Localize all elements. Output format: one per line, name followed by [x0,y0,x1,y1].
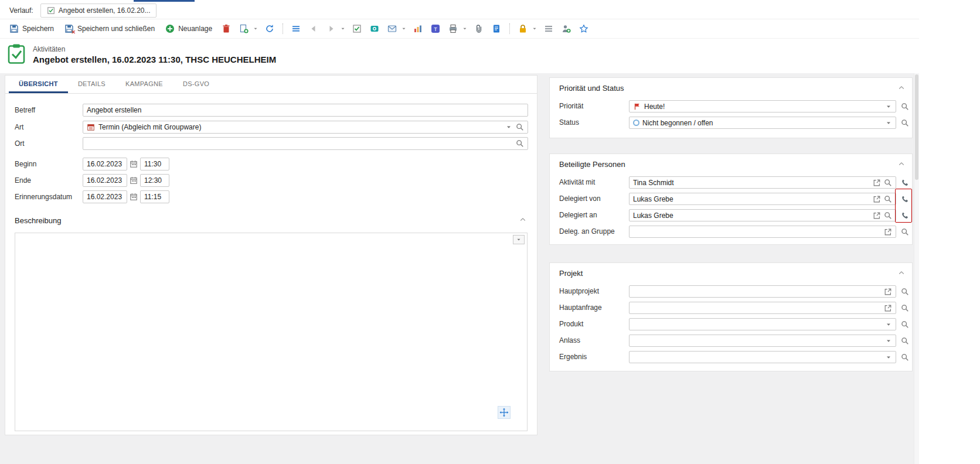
caret-down-icon[interactable] [885,103,892,110]
art-dropdown[interactable]: Termin (Abgleich mit Groupware) [83,121,528,134]
caret-down-icon [462,26,468,32]
permissions-caret[interactable] [531,22,538,36]
add-participant-button[interactable] [559,22,573,36]
prioritaet-dropdown[interactable]: Heute! [629,100,896,112]
print-button[interactable] [446,22,460,36]
art-value: Termin (Abgleich mit Groupware) [98,123,502,131]
beginn-time-input[interactable] [140,158,169,170]
delegiert-an-field[interactable]: Lukas Grebe [629,209,896,221]
search-icon[interactable] [884,211,892,220]
ende-time-input[interactable] [140,174,169,187]
panel-collapse-button[interactable] [898,84,905,91]
history-forward-button[interactable] [324,22,338,36]
hauptanfrage-lookup-button[interactable] [900,303,910,313]
tab-dsgvo[interactable]: DS-GVO [173,76,219,93]
search-icon[interactable] [884,179,892,187]
erinnerung-time-input[interactable] [140,190,169,203]
beschreibung-collapse-button[interactable] [519,216,526,223]
aktivitaet-mit-phone-button[interactable] [900,178,910,187]
open-record-icon[interactable] [873,195,881,203]
resize-handle[interactable] [498,406,511,419]
deleg-gruppe-field[interactable] [629,226,896,238]
email-caret[interactable] [400,22,407,36]
new-record-button[interactable]: Neuanlage [162,22,216,35]
save-label: Speichern [22,25,54,33]
web-meeting-button[interactable] [368,22,382,36]
hauptprojekt-lookup-button[interactable] [900,287,910,296]
notes-button[interactable] [489,22,503,36]
erinnerung-date-input[interactable] [83,190,127,203]
caret-down-icon[interactable] [885,120,892,127]
ende-date-input[interactable] [83,174,127,187]
description-editor[interactable] [15,233,528,431]
description-format-dropdown[interactable] [513,235,525,244]
search-icon[interactable] [516,139,524,148]
main-area: ÜBERSICHT DETAILS KAMPAGNE DS-GVO Betref… [0,73,919,464]
panel-collapse-button[interactable] [898,269,905,277]
refresh-button[interactable] [263,22,277,36]
save-and-close-button[interactable]: ✕ Speichern und schließen [61,22,158,35]
groupware-sync-button[interactable] [350,22,364,36]
history-forward-caret[interactable] [339,22,346,36]
erinnerung-calendar-button[interactable] [128,191,139,203]
search-icon[interactable] [516,123,524,131]
star-icon [579,24,588,33]
save-button[interactable]: Speichern [6,22,57,35]
status-dropdown[interactable]: Nicht begonnen / offen [629,117,896,129]
flag-icon [633,103,641,111]
open-record-icon[interactable] [884,288,892,296]
tab-details[interactable]: DETAILS [68,76,115,93]
email-button[interactable] [385,22,399,36]
tab-uebersicht[interactable]: ÜBERSICHT [9,76,68,93]
caret-down-icon[interactable] [885,337,892,344]
ende-calendar-button[interactable] [128,175,139,186]
open-record-icon[interactable] [873,179,881,187]
caret-down-icon[interactable] [505,124,512,131]
caret-down-icon[interactable] [885,321,892,328]
record-category: Aktivitäten [33,45,65,53]
print-caret[interactable] [461,22,468,36]
tab-kampagne[interactable]: KAMPAGNE [115,76,173,93]
caret-down-icon [401,26,407,32]
search-icon[interactable] [884,195,892,203]
delegiert-von-field[interactable]: Lukas Grebe [629,193,896,205]
hauptprojekt-field[interactable] [629,285,896,298]
hauptanfrage-field[interactable] [629,302,896,314]
attachment-button[interactable] [472,22,486,36]
ergebnis-lookup-button[interactable] [900,353,910,362]
open-record-icon[interactable] [884,228,892,236]
anlass-lookup-button[interactable] [900,336,910,346]
beginn-calendar-button[interactable] [128,158,139,170]
history-tab-activity[interactable]: Angebot erstellen, 16.02.20... [40,4,157,18]
status-lookup-button[interactable] [900,118,910,128]
prioritaet-lookup-button[interactable] [900,102,910,111]
teams-button[interactable] [428,22,443,36]
betreff-input[interactable] [83,104,528,117]
delegiert-an-phone-button[interactable] [900,211,910,220]
vertical-scrollbar[interactable] [914,73,919,464]
beginn-date-input[interactable] [83,158,127,170]
deleg-gruppe-lookup-button[interactable] [900,227,910,237]
produkt-lookup-button[interactable] [900,320,910,329]
report-button[interactable] [411,22,425,36]
scrollbar-thumb[interactable] [915,74,918,180]
open-record-icon[interactable] [873,211,881,220]
anlass-dropdown[interactable] [629,335,896,347]
history-back-button[interactable] [307,22,321,36]
menu-button[interactable] [289,22,303,36]
aktivitaet-mit-field[interactable]: Tina Schmidt [629,176,896,189]
produkt-dropdown[interactable] [629,318,896,330]
new-linked-record-caret[interactable] [252,22,259,36]
favorite-button[interactable] [577,22,591,36]
project-panel: Projekt Hauptprojekt Hauptanfrage [549,262,913,371]
new-linked-record-button[interactable] [237,22,251,36]
panel-collapse-button[interactable] [898,161,905,168]
caret-down-icon[interactable] [885,354,892,361]
permissions-button[interactable] [516,22,530,36]
fields-button[interactable] [542,22,556,36]
open-record-icon[interactable] [884,304,892,312]
delegiert-von-phone-button[interactable] [900,195,910,204]
ort-input[interactable] [83,137,528,150]
ergebnis-dropdown[interactable] [629,351,896,363]
delete-button[interactable] [219,22,233,36]
